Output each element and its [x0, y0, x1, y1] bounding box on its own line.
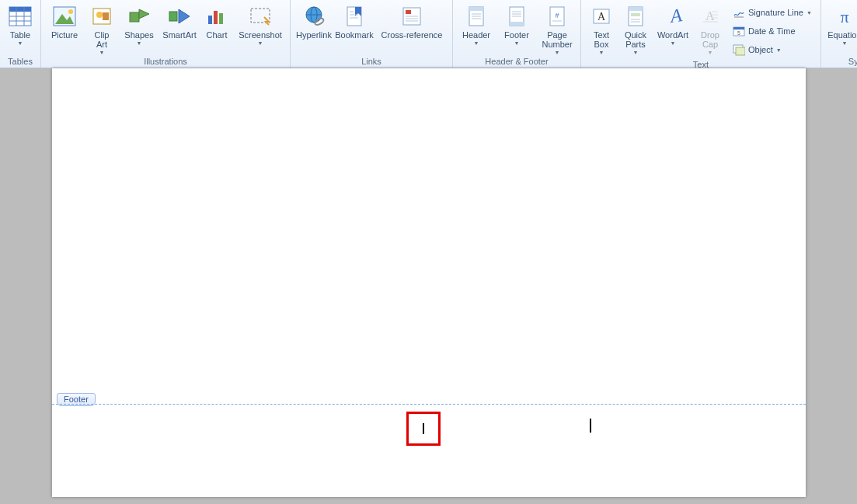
dropcap-icon: A	[698, 4, 723, 29]
dropcap-button: A Drop Cap ▼	[693, 2, 727, 56]
wordart-label: WordArt	[657, 30, 688, 40]
svg-rect-12	[130, 12, 139, 22]
clipart-button[interactable]: Clip Art ▼	[85, 2, 119, 56]
pagenumber-button[interactable]: # Page Number ▼	[537, 2, 577, 56]
chevron-down-icon: ▼	[474, 40, 479, 46]
chevron-down-icon: ▼	[258, 40, 263, 46]
equation-icon: π	[832, 4, 857, 29]
svg-text:#: #	[555, 12, 559, 19]
chart-label: Chart	[207, 30, 228, 40]
hyperlink-button[interactable]: Hyperlink	[294, 2, 334, 40]
object-label: Object	[748, 45, 773, 54]
chevron-down-icon: ▼	[599, 50, 604, 55]
document-workspace: Footer	[0, 68, 857, 504]
wordart-icon: A	[660, 4, 685, 29]
svg-rect-30	[406, 10, 411, 14]
picture-icon	[52, 4, 77, 29]
datetime-label: Date & Time	[748, 26, 796, 36]
group-symbols-title: Symbols	[824, 56, 857, 68]
screenshot-icon	[248, 4, 273, 29]
datetime-icon: 5	[733, 25, 745, 37]
svg-point-8	[68, 9, 73, 14]
footer-divider	[52, 404, 806, 405]
svg-rect-16	[208, 16, 212, 24]
pagenumber-mark	[423, 423, 424, 434]
svg-rect-1	[9, 7, 31, 12]
document-page[interactable]: Footer	[52, 68, 806, 497]
picture-button[interactable]: Picture	[44, 2, 85, 40]
pagenumber-label: Page Number	[542, 30, 572, 49]
smartart-label: SmartArt	[162, 30, 196, 40]
table-label: Table	[10, 30, 30, 40]
bookmark-button[interactable]: Bookmark	[334, 2, 375, 40]
group-symbols: π Equation ▼ Ω Symbol ▼ Symbols	[821, 0, 857, 68]
quickparts-button[interactable]: Quick Parts ▼	[618, 2, 653, 56]
chevron-down-icon: ▼	[633, 50, 639, 55]
chevron-down-icon: ▼	[671, 40, 676, 46]
chevron-down-icon: ▼	[99, 50, 105, 55]
footer-label: Footer	[504, 30, 529, 40]
equation-label: Equation	[827, 30, 857, 40]
header-icon	[464, 4, 489, 29]
svg-rect-51	[631, 13, 640, 16]
chevron-down-icon: ▼	[18, 40, 23, 46]
svg-rect-50	[629, 7, 643, 11]
svg-rect-40	[510, 22, 524, 26]
svg-rect-14	[169, 12, 177, 21]
shapes-button[interactable]: Shapes ▼	[119, 2, 159, 47]
svg-rect-62	[733, 27, 744, 30]
pagenumber-icon: #	[545, 4, 570, 29]
svg-rect-65	[736, 47, 745, 55]
clipart-icon	[89, 4, 114, 29]
header-button[interactable]: Header ▼	[456, 2, 496, 47]
ribbon: Table ▼ Tables Picture	[0, 0, 857, 68]
shapes-icon	[127, 4, 152, 29]
chart-button[interactable]: Chart	[200, 2, 234, 40]
chevron-down-icon: ▼	[514, 40, 520, 46]
datetime-button[interactable]: 5 Date & Time	[729, 22, 816, 40]
object-button[interactable]: Object ▼	[729, 40, 816, 59]
group-headerfooter: Header ▼ Footer ▼	[453, 0, 581, 68]
screenshot-button[interactable]: Screenshot ▼	[234, 2, 287, 47]
group-illustrations: Picture Clip Art ▼	[41, 0, 291, 68]
smartart-button[interactable]: SmartArt	[159, 2, 200, 40]
svg-marker-15	[179, 9, 190, 23]
object-icon	[733, 43, 745, 56]
dropcap-label: Drop Cap	[701, 30, 719, 49]
clipart-label: Clip Art	[95, 30, 110, 49]
svg-text:5: 5	[737, 30, 740, 36]
quickparts-icon	[623, 4, 648, 29]
svg-point-10	[96, 12, 103, 18]
svg-rect-17	[214, 11, 218, 24]
equation-button[interactable]: π Equation ▼	[824, 2, 857, 47]
quickparts-label: Quick Parts	[625, 30, 646, 49]
signature-icon	[733, 6, 745, 19]
chart-icon	[204, 4, 229, 29]
crossref-icon	[399, 4, 424, 29]
wordart-button[interactable]: A WordArt ▼	[653, 2, 693, 47]
group-links-title: Links	[294, 56, 449, 68]
chevron-down-icon: ▼	[806, 10, 812, 16]
signatureline-label: Signature Line	[748, 8, 803, 17]
crossref-button[interactable]: Cross-reference	[375, 2, 449, 40]
group-tables: Table ▼ Tables	[0, 0, 41, 68]
chevron-down-icon: ▼	[708, 50, 713, 55]
chevron-down-icon: ▼	[841, 40, 847, 46]
textbox-button[interactable]: A Text Box ▼	[584, 2, 618, 56]
table-icon	[8, 4, 33, 29]
textbox-icon: A	[589, 4, 614, 29]
footer-button[interactable]: Footer ▼	[496, 2, 537, 47]
footer-icon	[504, 4, 529, 29]
screenshot-label: Screenshot	[239, 30, 282, 40]
group-links: Hyperlink Bookmark	[291, 0, 453, 68]
table-button[interactable]: Table ▼	[3, 2, 37, 47]
textbox-label: Text Box	[594, 30, 609, 49]
signatureline-button[interactable]: Signature Line ▼	[729, 3, 816, 22]
highlight-box	[406, 412, 441, 446]
svg-text:A: A	[597, 11, 606, 23]
bookmark-icon	[342, 4, 367, 29]
header-label: Header	[462, 30, 490, 40]
svg-text:A: A	[667, 5, 683, 26]
bookmark-label: Bookmark	[335, 30, 374, 40]
svg-rect-18	[219, 13, 223, 24]
